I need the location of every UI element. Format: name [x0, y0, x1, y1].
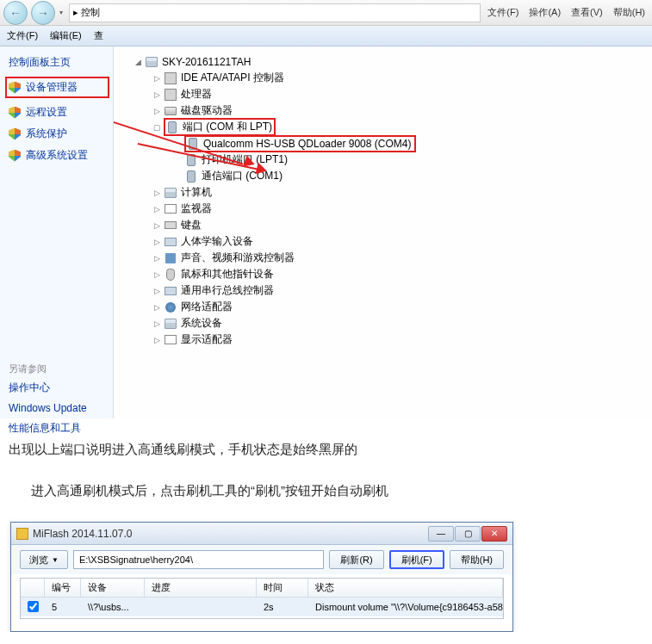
expander-icon[interactable]: ▷ [152, 237, 162, 247]
tree-root[interactable]: ◢SKY-20161121TAH [117, 53, 649, 70]
nav-forward-button[interactable]: → [31, 1, 55, 25]
row-checkbox[interactable] [28, 601, 39, 612]
main-split: 控制面板主页 设备管理器远程设置系统保护高级系统设置 另请参阅 操作中心Wind… [0, 46, 652, 418]
tree-label: 人体学输入设备 [181, 234, 253, 249]
breadcrumb-arrow: ▸ [73, 7, 78, 18]
miflash-toolbar: 浏览 ▼ 刷新(R) 刷机(F) 帮助(H) [11, 545, 512, 574]
tree-label: IDE ATA/ATAPI 控制器 [181, 71, 284, 85]
device-icon [164, 186, 177, 200]
expander-icon[interactable]: ▷ [152, 204, 162, 214]
expander-icon[interactable]: ▷ [152, 106, 162, 116]
cell-device: \\?\usbs... [81, 599, 145, 615]
tree-node[interactable]: ▷显示适配器 [117, 331, 649, 348]
device-icon [145, 55, 158, 69]
flash-button[interactable]: 刷机(F) [389, 550, 444, 569]
maximize-button[interactable]: ▢ [455, 526, 481, 542]
miflash-title: MiFlash 2014.11.07.0 [33, 528, 428, 540]
menubar-view[interactable]: 查 [94, 29, 103, 42]
tree-node[interactable]: ▷处理器 [117, 86, 649, 102]
monitor-icon [164, 202, 177, 216]
tree-label: 计算机 [181, 185, 212, 200]
menubar-file[interactable]: 文件(F) [7, 29, 38, 42]
miflash-titlebar[interactable]: MiFlash 2014.11.07.0 — ▢ ✕ [11, 523, 512, 545]
firmware-path-input[interactable] [73, 550, 324, 569]
sidebar-bottom-操作中心[interactable]: 操作中心 [9, 381, 109, 395]
sidebar-item-系统保护[interactable]: 系统保护 [9, 127, 109, 141]
tree-node[interactable]: ▷通用串行总线控制器 [117, 282, 649, 299]
menu-file[interactable]: 文件(F) [487, 6, 518, 19]
expander-icon[interactable]: ▷ [152, 286, 162, 296]
keyboard-icon [164, 219, 177, 232]
tree-node[interactable]: ▷声音、视频和游戏控制器 [117, 250, 649, 266]
col-id[interactable]: 编号 [45, 579, 81, 597]
sidebar-item-设备管理器[interactable]: 设备管理器 [5, 77, 109, 98]
browse-button[interactable]: 浏览 ▼ [20, 550, 68, 569]
tree-node[interactable]: 通信端口 (COM1) [117, 168, 649, 184]
refresh-button[interactable]: 刷新(R) [329, 550, 383, 569]
tree-node[interactable]: ▷磁盘驱动器 [117, 102, 649, 119]
expander-icon [172, 171, 183, 182]
tree-node[interactable]: ▷人体学输入设备 [117, 233, 649, 250]
tree-node[interactable]: ▷鼠标和其他指针设备 [117, 266, 649, 282]
nav-back-button[interactable]: ← [3, 1, 28, 25]
expander-icon[interactable]: ▢ [152, 122, 162, 133]
tree-node[interactable]: ▷计算机 [117, 184, 649, 201]
expander-icon[interactable]: ▷ [152, 269, 162, 280]
col-progress[interactable]: 进度 [145, 579, 257, 597]
sidebar-title[interactable]: 控制面板主页 [9, 55, 109, 70]
menu-help[interactable]: 帮助(H) [613, 6, 645, 19]
close-button[interactable]: ✕ [481, 526, 507, 542]
device-tree[interactable]: ◢SKY-20161121TAH▷IDE ATA/ATAPI 控制器▷处理器▷磁… [117, 53, 649, 348]
mouse-icon [164, 268, 177, 282]
tree-node[interactable]: ▷监视器 [117, 201, 649, 217]
menu-view[interactable]: 查看(V) [571, 6, 603, 19]
plug-icon [184, 170, 198, 183]
expander-icon[interactable]: ▷ [152, 335, 162, 345]
tree-node[interactable]: ▷系统设备 [117, 315, 649, 331]
expander-icon[interactable]: ▷ [152, 253, 162, 263]
tree-node[interactable]: ▷IDE ATA/ATAPI 控制器 [117, 70, 649, 86]
tree-node[interactable]: ▷网络适配器 [117, 299, 649, 315]
col-device[interactable]: 设备 [81, 579, 145, 597]
menubar-edit[interactable]: 编辑(E) [50, 29, 82, 42]
expander-icon[interactable]: ▷ [152, 220, 162, 231]
tree-node[interactable]: ▢端口 (COM 和 LPT) [117, 119, 649, 135]
expander-icon[interactable]: ▷ [152, 73, 162, 84]
table-row[interactable]: 5 \\?\usbs... 2s Dismount volume "\\?\Vo… [21, 598, 503, 616]
sidebar-item-高级系统设置[interactable]: 高级系统设置 [9, 148, 109, 163]
device-icon [164, 317, 177, 331]
minimize-button[interactable]: — [428, 526, 454, 542]
breadcrumb[interactable]: ▸ 控制 [69, 3, 481, 22]
tree-label: 鼠标和其他指针设备 [181, 267, 274, 282]
tree-node[interactable]: Qualcomm HS-USB QDLoader 9008 (COM4) [117, 135, 649, 152]
usb-icon [164, 284, 177, 298]
sidebar-see-also: 另请参阅 [9, 362, 109, 375]
tree-label: 通信端口 (COM1) [202, 169, 283, 183]
explorer-toolbar: ← → ▾ ▸ 控制 文件(F) 操作(A) 查看(V) 帮助(H) [0, 0, 652, 26]
expander-icon[interactable]: ▷ [152, 302, 162, 313]
nav-history-dropdown[interactable]: ▾ [55, 1, 67, 25]
breadcrumb-text: 控制 [81, 6, 100, 19]
col-status[interactable]: 状态 [308, 579, 503, 597]
chip-icon [164, 71, 177, 85]
sidebar-bottom-Windows Update[interactable]: Windows Update [9, 402, 109, 414]
expander-icon[interactable]: ▷ [152, 90, 162, 100]
miflash-window: MiFlash 2014.11.07.0 — ▢ ✕ 浏览 ▼ 刷新(R) 刷机… [10, 522, 513, 632]
expander-icon[interactable]: ▷ [152, 319, 162, 329]
menu-action[interactable]: 操作(A) [529, 6, 561, 19]
sidebar-item-远程设置[interactable]: 远程设置 [9, 105, 109, 120]
sidebar-bottom-性能信息和工具[interactable]: 性能信息和工具 [9, 421, 109, 436]
tree-node[interactable]: ▷键盘 [117, 217, 649, 233]
tree-node[interactable]: 打印机端口 (LPT1) [117, 152, 649, 168]
shield-icon [9, 82, 21, 94]
expander-icon[interactable]: ◢ [133, 57, 143, 67]
cell-time: 2s [257, 599, 308, 615]
plug-icon [165, 121, 179, 134]
instruction-text-1: 出现以上端口说明进入高通线刷模式，手机状态是始终黑屏的 [9, 439, 643, 460]
expander-icon[interactable]: ▷ [152, 188, 162, 198]
col-time[interactable]: 时间 [257, 579, 308, 597]
help-button[interactable]: 帮助(H) [450, 550, 504, 569]
devmgr-menubar: 文件(F) 操作(A) 查看(V) 帮助(H) [481, 6, 645, 19]
usb-icon [164, 235, 177, 249]
window-menubar: 文件(F) 编辑(E) 查 [0, 26, 652, 46]
